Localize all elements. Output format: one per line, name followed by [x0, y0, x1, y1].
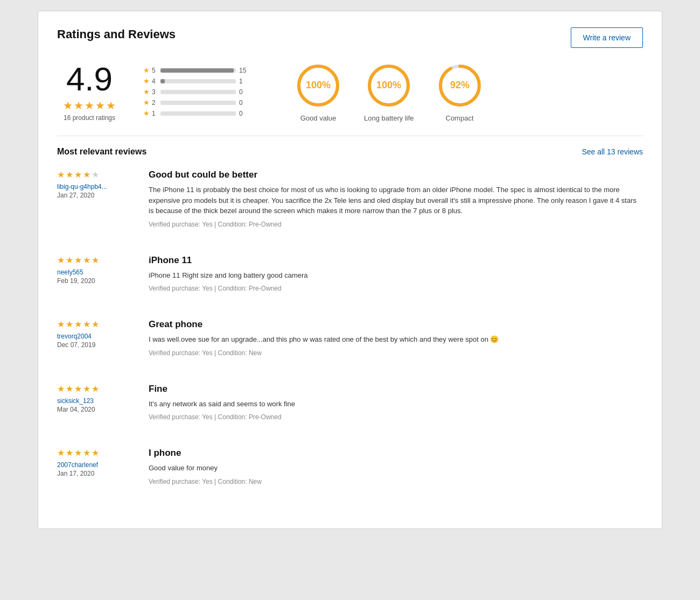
review-star: ★ [92, 170, 99, 180]
review-star: ★ [57, 448, 65, 458]
reviewer-name[interactable]: trevorq2004 [57, 333, 132, 340]
write-review-button[interactable]: Write a review [571, 27, 643, 48]
review-star: ★ [92, 384, 99, 394]
review-star: ★ [66, 319, 73, 329]
bar-fill [160, 68, 234, 73]
review-body: iPhone 11 Right size and long battery go… [149, 270, 643, 281]
bar-star-icon: ★ [143, 98, 149, 107]
circle-item: 92%Compact [436, 61, 484, 122]
reviewer-info: ★★★★★libig-qu-g4hpb4...Jan 27, 2020 [57, 170, 132, 228]
header-row: Ratings and Reviews Write a review [57, 27, 643, 48]
bar-row: ★515 [143, 66, 262, 74]
review-content: FineIt's any network as said and seems t… [149, 384, 643, 421]
review-star: ★ [92, 255, 99, 265]
circle-label: Long battery life [364, 114, 414, 122]
reviewer-date: Mar 04, 2020 [57, 406, 132, 413]
review-star: ★ [92, 319, 99, 329]
review-star: ★ [57, 384, 65, 394]
review-body: I was well.ovee sue for an upgrade...and… [149, 334, 643, 345]
review-star: ★ [74, 448, 82, 458]
circle-label: Compact [446, 114, 474, 122]
reviewer-name[interactable]: libig-qu-g4hpb4... [57, 183, 132, 190]
review-body: Good value for money [149, 463, 643, 474]
reviewer-date: Jan 27, 2020 [57, 192, 132, 199]
bar-star-icon: ★ [143, 109, 149, 117]
circle-svg: 100% [294, 61, 342, 110]
review-star: ★ [83, 255, 90, 265]
score-value: 4.9 [66, 62, 113, 96]
circles-group: 100%Good value100%Long battery life92%Co… [294, 61, 484, 122]
bar-star-icon: ★ [143, 66, 149, 74]
reviewer-name[interactable]: sicksick_123 [57, 397, 132, 405]
review-item: ★★★★★neely565Feb 19, 2020iPhone 11iPhone… [57, 255, 643, 303]
section-title: Ratings and Reviews [57, 27, 176, 41]
bar-row: ★10 [143, 109, 262, 117]
see-all-link[interactable]: See all 13 reviews [582, 147, 643, 156]
star-3: ★ [85, 99, 94, 112]
bar-fill [160, 79, 165, 83]
review-content: Good but could be betterThe iPhone 11 is… [149, 170, 643, 228]
most-relevant-title: Most relevant reviews [57, 147, 146, 157]
bar-row: ★41 [143, 77, 262, 85]
review-star: ★ [74, 170, 82, 180]
bar-count: 0 [239, 88, 246, 96]
circle-svg: 100% [365, 61, 413, 110]
bar-star-number: 2 [152, 99, 157, 107]
review-title: I phone [149, 448, 643, 458]
reviewer-date: Feb 19, 2020 [57, 277, 132, 285]
review-title: Good but could be better [149, 170, 643, 180]
review-body: It's any network as said and seems to wo… [149, 399, 643, 410]
reviewer-name[interactable]: neely565 [57, 269, 132, 276]
bar-row: ★20 [143, 98, 262, 107]
bar-star-number: 3 [152, 88, 157, 96]
star-4: ★ [95, 99, 105, 112]
review-content: iPhone 11iPhone 11 Right size and long b… [149, 255, 643, 293]
reviewer-stars: ★★★★★ [57, 448, 132, 458]
reviewer-date: Dec 07, 2019 [57, 341, 132, 349]
review-star: ★ [57, 319, 65, 329]
bar-star-number: 4 [152, 77, 157, 85]
review-star: ★ [83, 170, 90, 180]
circle-item: 100%Long battery life [364, 61, 414, 122]
circle-item: 100%Good value [294, 61, 342, 122]
review-item: ★★★★★libig-qu-g4hpb4...Jan 27, 2020Good … [57, 170, 643, 239]
review-star: ★ [83, 448, 90, 458]
review-title: Fine [149, 384, 643, 394]
reviewer-name[interactable]: 2007charlenef [57, 461, 132, 469]
star-2: ★ [74, 99, 83, 112]
review-star: ★ [74, 319, 82, 329]
reviewer-stars: ★★★★★ [57, 255, 132, 265]
review-meta: Verified purchase: Yes | Condition: New [149, 349, 643, 357]
ratings-reviews-card: Ratings and Reviews Write a review 4.9 ★… [38, 11, 662, 529]
svg-text:100%: 100% [376, 80, 401, 90]
review-star: ★ [66, 384, 73, 394]
review-star: ★ [66, 255, 73, 265]
review-star: ★ [74, 384, 82, 394]
bar-track [160, 90, 236, 94]
bar-row: ★30 [143, 88, 262, 96]
review-content: Great phoneI was well.ovee sue for an up… [149, 319, 643, 357]
review-star: ★ [92, 448, 99, 458]
reviewer-stars: ★★★★★ [57, 384, 132, 394]
reviewer-info: ★★★★★trevorq2004Dec 07, 2019 [57, 319, 132, 357]
bar-star-number: 1 [152, 110, 157, 117]
review-meta: Verified purchase: Yes | Condition: New [149, 478, 643, 485]
svg-text:100%: 100% [306, 80, 331, 90]
review-star: ★ [66, 448, 73, 458]
review-item: ★★★★★trevorq2004Dec 07, 2019Great phoneI… [57, 319, 643, 368]
star-1: ★ [63, 99, 73, 112]
bar-star-number: 5 [152, 67, 157, 74]
review-meta: Verified purchase: Yes | Condition: Pre-… [149, 413, 643, 421]
bar-count: 0 [239, 110, 246, 117]
reviewer-info: ★★★★★neely565Feb 19, 2020 [57, 255, 132, 293]
review-body: The iPhone 11 is probably the best choic… [149, 185, 643, 216]
bar-track [160, 68, 236, 73]
review-item: ★★★★★2007charlenefJan 17, 2020I phoneGoo… [57, 448, 643, 496]
star-5: ★ [106, 99, 116, 112]
review-star: ★ [74, 255, 82, 265]
reviewer-info: ★★★★★2007charlenefJan 17, 2020 [57, 448, 132, 485]
review-content: I phoneGood value for moneyVerified purc… [149, 448, 643, 485]
review-star: ★ [66, 170, 73, 180]
circle-label: Good value [300, 114, 337, 122]
review-meta: Verified purchase: Yes | Condition: Pre-… [149, 285, 643, 292]
